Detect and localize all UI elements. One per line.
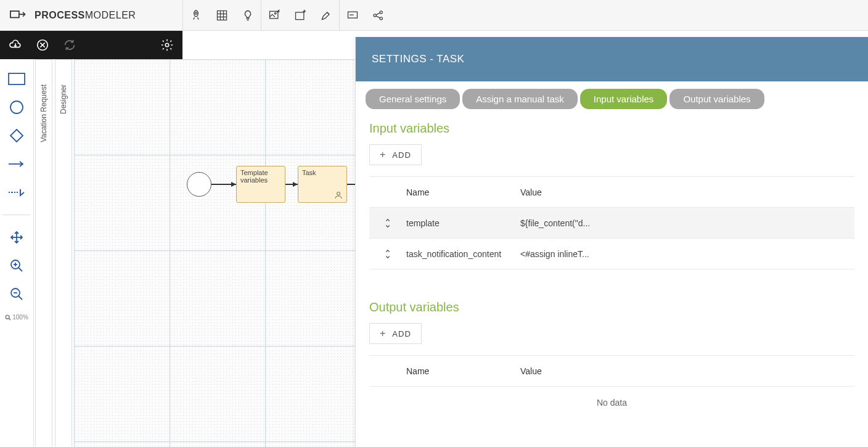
drag-handle-icon[interactable] — [369, 218, 406, 229]
palette-divider — [3, 215, 30, 215]
svg-line-19 — [376, 12, 380, 14]
input-variables-table: Name Value template ${file_content("d...… — [369, 176, 854, 269]
svg-rect-0 — [10, 11, 19, 18]
input-section-title: Input variables — [369, 121, 854, 136]
project-toolbar — [0, 31, 182, 59]
cloud-save-button[interactable] — [6, 36, 25, 54]
grid-toggle-button[interactable] — [209, 0, 235, 30]
rect-shape-button[interactable] — [7, 70, 27, 88]
graph-button[interactable] — [366, 0, 391, 30]
svg-rect-3 — [218, 10, 227, 20]
tab-output-variables[interactable]: Output variables — [669, 89, 764, 109]
svg-point-27 — [10, 101, 23, 113]
settings-gear-button[interactable] — [158, 36, 176, 54]
table-row[interactable]: task_notification_content <#assign inlin… — [369, 239, 854, 269]
variable-value: ${file_content("d... — [520, 218, 854, 228]
shape-palette: 100% — [0, 59, 34, 447]
form-button[interactable] — [340, 0, 366, 30]
user-task-icon — [334, 191, 343, 200]
svg-point-25 — [165, 43, 169, 47]
diamond-shape-button[interactable] — [7, 127, 27, 144]
svg-point-42 — [6, 315, 9, 319]
refresh-button[interactable] — [60, 36, 79, 54]
svg-rect-26 — [9, 73, 25, 84]
add-input-variable-button[interactable]: +ADD — [369, 144, 422, 165]
svg-point-2 — [195, 12, 197, 14]
panel-tabs: General settings Assign a manual task In… — [356, 81, 868, 109]
table-header-row: Name Value — [369, 356, 854, 387]
color-picker-button[interactable] — [313, 0, 339, 30]
doc-tab-designer[interactable]: Designer — [55, 59, 72, 446]
variable-value: <#assign inlineT... — [520, 249, 854, 259]
zoom-in-button[interactable] — [7, 257, 27, 274]
task-node-template-variables[interactable]: Template variables — [236, 166, 285, 203]
start-event-node[interactable] — [187, 172, 211, 197]
arrow-head-icon — [293, 182, 298, 187]
col-header-name: Name — [406, 366, 520, 376]
deploy-button[interactable] — [183, 0, 209, 30]
svg-line-20 — [376, 15, 380, 17]
cancel-button[interactable] — [33, 36, 52, 54]
tab-general-settings[interactable]: General settings — [366, 89, 460, 109]
svg-line-43 — [9, 318, 11, 320]
svg-line-40 — [18, 296, 22, 300]
input-variables-section: Input variables +ADD Name Value template… — [356, 109, 868, 269]
variable-name: task_notification_content — [406, 249, 520, 259]
svg-rect-11 — [296, 12, 304, 20]
table-header-row: Name Value — [369, 177, 854, 208]
top-toolbar — [182, 0, 391, 30]
settings-panel: SETTINGS - TASK General settings Assign … — [355, 37, 868, 447]
no-data-label: No data — [369, 387, 854, 419]
col-header-name: Name — [406, 187, 520, 197]
app-logo-icon — [10, 8, 27, 23]
app-header: PROCESSMODELER — [0, 0, 868, 31]
tab-input-variables[interactable]: Input variables — [580, 89, 668, 109]
link-tool-button[interactable] — [7, 184, 27, 201]
arrow-head-icon — [231, 182, 236, 187]
svg-marker-28 — [10, 129, 23, 142]
zoom-level-label: 100% — [5, 314, 28, 321]
col-header-value: Value — [520, 187, 854, 197]
svg-rect-8 — [270, 11, 278, 18]
export-image-button[interactable] — [261, 0, 287, 30]
svg-point-44 — [337, 192, 340, 195]
tab-assign-manual-task[interactable]: Assign a manual task — [462, 89, 578, 109]
plus-icon: + — [380, 150, 386, 160]
logo-area: PROCESSMODELER — [0, 8, 182, 23]
output-variables-section: Output variables +ADD Name Value No data — [356, 288, 868, 419]
arrow-tool-button[interactable] — [7, 155, 27, 173]
add-output-variable-button[interactable]: +ADD — [369, 323, 422, 344]
drag-handle-icon[interactable] — [369, 248, 406, 260]
variable-name: template — [406, 218, 520, 228]
zoom-out-button[interactable] — [7, 285, 27, 303]
col-header-value: Value — [520, 366, 854, 376]
move-tool-button[interactable] — [7, 229, 27, 246]
table-row[interactable]: template ${file_content("d... — [369, 208, 854, 239]
svg-line-36 — [18, 268, 22, 271]
svg-point-9 — [274, 12, 276, 14]
tips-button[interactable] — [235, 0, 261, 30]
task-node-task[interactable]: Task — [298, 166, 347, 203]
panel-title: SETTINGS - TASK — [356, 37, 868, 81]
app-title: PROCESSMODELER — [35, 10, 136, 21]
doc-tab-vacation-request[interactable]: Vacation Request — [35, 59, 52, 446]
output-variables-table: Name Value No data — [369, 355, 854, 419]
circle-shape-button[interactable] — [7, 99, 27, 116]
output-section-title: Output variables — [369, 300, 854, 314]
plus-icon: + — [380, 329, 386, 338]
new-canvas-button[interactable] — [287, 0, 313, 30]
